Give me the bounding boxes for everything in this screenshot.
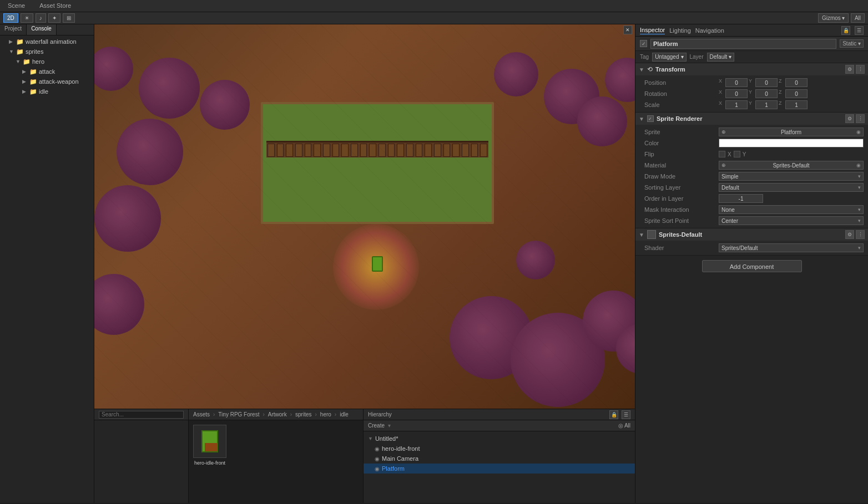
- tab-lighting[interactable]: Lighting: [669, 27, 691, 34]
- hier-hero-idle-front[interactable]: ◉ hero-idle-front: [364, 444, 635, 454]
- sprite-preview: [201, 430, 218, 452]
- static-badge[interactable]: Static ▾: [840, 39, 864, 48]
- position-label: Position: [644, 79, 716, 86]
- sprite-renderer-arrow-icon: ▼: [639, 116, 644, 122]
- position-row: Position X Y Z: [635, 77, 868, 88]
- inspector-more-btn[interactable]: ☰: [855, 26, 864, 35]
- gizmos-btn[interactable]: Gizmos ▾: [818, 13, 849, 23]
- mode-2d-btn[interactable]: 2D: [3, 13, 18, 23]
- material-field[interactable]: ⊕ Sprites-Default ◉: [719, 161, 864, 170]
- mask-interaction-dropdown[interactable]: None ▾: [719, 205, 864, 214]
- breadcrumb-tiny[interactable]: Tiny RPG Forest: [218, 411, 259, 418]
- flip-x-label: X: [728, 151, 731, 157]
- flip-x-checkbox[interactable]: [719, 151, 725, 157]
- tab-project[interactable]: Project: [0, 24, 27, 35]
- transform-settings-btn[interactable]: ⚙: [845, 65, 854, 74]
- breadcrumb-artwork[interactable]: Artwork: [268, 411, 287, 418]
- tree-arrow-waterfall: ▶: [9, 39, 14, 44]
- pos-x-label: X: [719, 78, 724, 87]
- all-btn[interactable]: All: [851, 13, 865, 23]
- sprites-default-body: Shader Sprites/Default ▾: [635, 241, 868, 255]
- tab-asset-store[interactable]: Asset Store: [35, 1, 75, 11]
- sprite-renderer-toggle[interactable]: ✓: [647, 115, 654, 122]
- sprite-renderer-overflow-btn[interactable]: ⋮: [856, 114, 865, 123]
- tab-console[interactable]: Console: [27, 24, 57, 35]
- sprite-renderer-settings-btn[interactable]: ⚙: [845, 114, 854, 123]
- hierarchy-more-btn[interactable]: ☰: [622, 410, 630, 419]
- add-component-btn[interactable]: Add Component: [702, 260, 802, 272]
- asset-label: hero-idle-front: [194, 460, 225, 466]
- position-x-input[interactable]: [725, 78, 748, 87]
- sorting-layer-dropdown[interactable]: Default ▾: [719, 183, 864, 192]
- transform-header[interactable]: ▼ ⟲ Transform ⚙ ⋮: [635, 63, 868, 75]
- tree-item-attack[interactable]: ▶ 📁 attack: [0, 67, 94, 77]
- scale-y-input[interactable]: [755, 100, 778, 109]
- breadcrumb-idle[interactable]: idle: [340, 411, 349, 418]
- layer-dropdown[interactable]: Default ▾: [707, 53, 735, 62]
- tree-item-attack-weapon[interactable]: ▶ 📁 attack-weapon: [0, 77, 94, 86]
- rotation-x-input[interactable]: [725, 89, 748, 98]
- hierarchy-lock-btn[interactable]: 🔒: [609, 410, 618, 419]
- asset-item-hero-idle[interactable]: hero-idle-front: [193, 425, 226, 498]
- sprites-default-settings-btn[interactable]: ⚙: [845, 230, 854, 239]
- sprites-default-header[interactable]: ▼ Sprites-Default ⚙ ⋮: [635, 228, 868, 241]
- effects-toggle-btn[interactable]: ✦: [48, 13, 60, 23]
- hier-scene[interactable]: ▼ Untitled*: [364, 434, 635, 444]
- tree-item-sprites[interactable]: ▼ 📁 sprites: [0, 47, 94, 57]
- flip-y-checkbox[interactable]: [734, 151, 740, 157]
- tab-navigation[interactable]: Navigation: [695, 27, 724, 34]
- bottom-left-panel: [94, 409, 189, 503]
- transform-icon: ⟲: [647, 65, 653, 73]
- transform-name: Transform: [655, 66, 842, 73]
- hier-main-camera[interactable]: ◉ Main Camera: [364, 454, 635, 464]
- breadcrumb-hero[interactable]: hero: [320, 411, 331, 418]
- rotation-y-input[interactable]: [755, 89, 778, 98]
- mask-interaction-row: Mask Interaction None ▾: [635, 204, 868, 215]
- tree-item-idle[interactable]: ▶ 📁 idle: [0, 86, 94, 96]
- gameobject-active-toggle[interactable]: ✓: [640, 40, 647, 47]
- color-swatch[interactable]: [719, 139, 864, 147]
- sprite-field[interactable]: ⊕ Platform ◉: [719, 128, 864, 136]
- rotation-z-input[interactable]: [785, 89, 808, 98]
- position-y-input[interactable]: [755, 78, 778, 87]
- drawmode-dropdown[interactable]: Simple ▾: [719, 172, 864, 181]
- transform-arrow-icon: ▼: [639, 67, 644, 73]
- sprite-renderer-component: ▼ ✓ Sprite Renderer ⚙ ⋮ Sprite ⊕ Platfor…: [635, 113, 868, 228]
- tree-arrow-idle: ▶: [22, 89, 28, 94]
- breadcrumb-sprites[interactable]: sprites: [295, 411, 311, 418]
- tag-dropdown[interactable]: Untagged ▾: [652, 53, 686, 62]
- tree-item-hero[interactable]: ▼ 📁 hero: [0, 57, 94, 67]
- transform-component: ▼ ⟲ Transform ⚙ ⋮ Position X Y: [635, 63, 868, 113]
- hierarchy-create-btn[interactable]: Create: [368, 422, 385, 429]
- asset-search-input[interactable]: [99, 411, 184, 419]
- scale-x-input[interactable]: [725, 100, 748, 109]
- audio-toggle-btn[interactable]: ♪: [36, 13, 46, 23]
- order-layer-input[interactable]: [719, 194, 763, 203]
- scene-view[interactable]: [94, 24, 635, 409]
- breadcrumb-assets[interactable]: Assets: [193, 411, 210, 418]
- sprites-default-overflow-btn[interactable]: ⋮: [856, 230, 865, 239]
- hier-platform[interactable]: ◉ Platform: [364, 464, 635, 474]
- position-z-input[interactable]: [785, 78, 808, 87]
- scale-value: X Y Z: [719, 100, 864, 109]
- scene-close-btn[interactable]: ✕: [623, 26, 632, 34]
- gameobject-name-field[interactable]: [650, 39, 836, 49]
- light-toggle-btn[interactable]: ☀: [21, 13, 33, 23]
- inspector-lock-btn[interactable]: 🔒: [841, 26, 850, 35]
- tab-scene[interactable]: Scene: [3, 1, 29, 11]
- tree-arrow-hero: ▼: [16, 59, 21, 64]
- grid-toggle-btn[interactable]: ⊞: [63, 13, 75, 23]
- scale-z-input[interactable]: [785, 100, 808, 109]
- tab-inspector[interactable]: Inspector: [640, 27, 665, 34]
- scene-background: [94, 24, 635, 409]
- hierarchy-all-btn[interactable]: ◎ All: [618, 422, 630, 429]
- sprite-row: Sprite ⊕ Platform ◉: [635, 126, 868, 138]
- sprite-sort-point-dropdown[interactable]: Center ▾: [719, 216, 864, 225]
- shader-dropdown[interactable]: Sprites/Default ▾: [719, 243, 864, 252]
- sprites-default-arrow-icon: ▼: [639, 232, 644, 238]
- tree-item-waterfall[interactable]: ▶ 📁 waterfall animation: [0, 37, 94, 47]
- sprite-renderer-name: Sprite Renderer: [657, 115, 842, 122]
- project-tree: ▶ 📁 waterfall animation ▼ 📁 sprites ▼ 📁 …: [0, 35, 94, 503]
- sprite-renderer-header[interactable]: ▼ ✓ Sprite Renderer ⚙ ⋮: [635, 113, 868, 125]
- transform-overflow-btn[interactable]: ⋮: [856, 65, 865, 74]
